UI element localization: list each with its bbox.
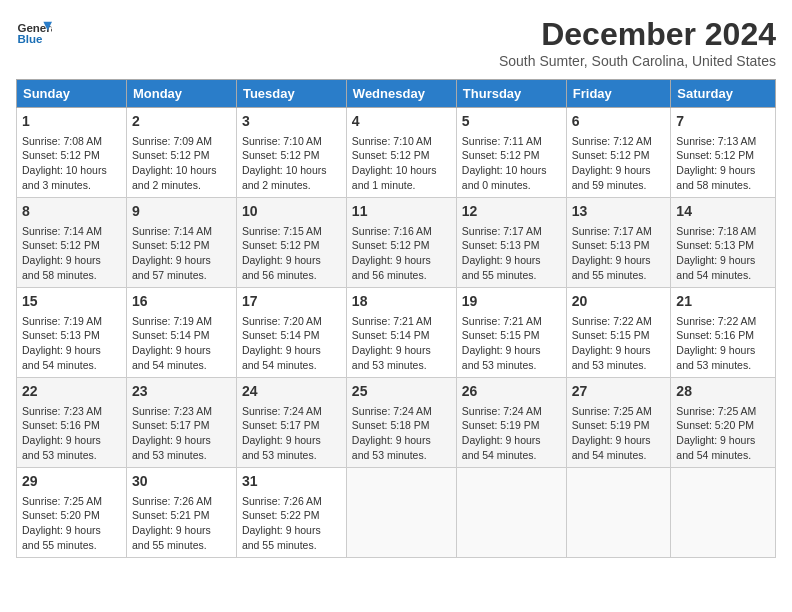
day-info-line: Sunset: 5:13 PM <box>22 328 121 343</box>
day-info-line: Sunrise: 7:23 AM <box>22 404 121 419</box>
day-info-line: Daylight: 9 hours <box>22 343 121 358</box>
day-cell <box>671 468 776 558</box>
day-info-line: Sunrise: 7:13 AM <box>676 134 770 149</box>
day-info-line: Daylight: 9 hours <box>132 343 231 358</box>
day-info-line: Sunrise: 7:25 AM <box>676 404 770 419</box>
day-number: 3 <box>242 112 341 132</box>
day-number: 19 <box>462 292 561 312</box>
day-info-line: and 54 minutes. <box>676 448 770 463</box>
day-cell: 20Sunrise: 7:22 AMSunset: 5:15 PMDayligh… <box>566 288 671 378</box>
day-header-sunday: Sunday <box>17 80 127 108</box>
day-cell: 17Sunrise: 7:20 AMSunset: 5:14 PMDayligh… <box>236 288 346 378</box>
day-info-line: Sunset: 5:12 PM <box>242 238 341 253</box>
day-cell: 31Sunrise: 7:26 AMSunset: 5:22 PMDayligh… <box>236 468 346 558</box>
day-info-line: and 53 minutes. <box>352 358 451 373</box>
day-info-line: and 1 minute. <box>352 178 451 193</box>
day-cell: 4Sunrise: 7:10 AMSunset: 5:12 PMDaylight… <box>346 108 456 198</box>
day-number: 5 <box>462 112 561 132</box>
day-info-line: Sunrise: 7:18 AM <box>676 224 770 239</box>
day-info-line: Sunset: 5:13 PM <box>462 238 561 253</box>
day-info-line: Sunset: 5:12 PM <box>352 148 451 163</box>
day-number: 22 <box>22 382 121 402</box>
day-info-line: Sunrise: 7:12 AM <box>572 134 666 149</box>
day-number: 17 <box>242 292 341 312</box>
day-cell: 28Sunrise: 7:25 AMSunset: 5:20 PMDayligh… <box>671 378 776 468</box>
day-info-line: Daylight: 9 hours <box>132 253 231 268</box>
day-info-line: Daylight: 9 hours <box>462 343 561 358</box>
day-info-line: Sunset: 5:12 PM <box>676 148 770 163</box>
day-info-line: and 53 minutes. <box>352 448 451 463</box>
day-number: 10 <box>242 202 341 222</box>
day-cell: 24Sunrise: 7:24 AMSunset: 5:17 PMDayligh… <box>236 378 346 468</box>
day-info-line: Sunset: 5:19 PM <box>462 418 561 433</box>
day-info-line: Sunset: 5:18 PM <box>352 418 451 433</box>
day-number: 8 <box>22 202 121 222</box>
title-area: December 2024 South Sumter, South Caroli… <box>499 16 776 69</box>
day-info-line: Sunset: 5:12 PM <box>242 148 341 163</box>
day-number: 11 <box>352 202 451 222</box>
day-header-monday: Monday <box>126 80 236 108</box>
day-info-line: Daylight: 9 hours <box>352 433 451 448</box>
day-cell: 3Sunrise: 7:10 AMSunset: 5:12 PMDaylight… <box>236 108 346 198</box>
day-number: 18 <box>352 292 451 312</box>
day-info-line: Sunset: 5:21 PM <box>132 508 231 523</box>
day-info-line: Daylight: 9 hours <box>462 433 561 448</box>
logo: General Blue <box>16 16 52 52</box>
day-info-line: Sunset: 5:20 PM <box>22 508 121 523</box>
svg-text:Blue: Blue <box>17 33 43 45</box>
day-number: 12 <box>462 202 561 222</box>
day-number: 16 <box>132 292 231 312</box>
day-number: 24 <box>242 382 341 402</box>
day-info-line: Sunset: 5:17 PM <box>242 418 341 433</box>
day-info-line: Daylight: 9 hours <box>572 163 666 178</box>
day-number: 20 <box>572 292 666 312</box>
day-info-line: Sunrise: 7:17 AM <box>462 224 561 239</box>
day-number: 1 <box>22 112 121 132</box>
day-info-line: and 3 minutes. <box>22 178 121 193</box>
day-cell: 30Sunrise: 7:26 AMSunset: 5:21 PMDayligh… <box>126 468 236 558</box>
day-info-line: Sunset: 5:12 PM <box>352 238 451 253</box>
day-info-line: and 54 minutes. <box>572 448 666 463</box>
day-number: 21 <box>676 292 770 312</box>
day-info-line: Daylight: 9 hours <box>132 523 231 538</box>
day-info-line: Sunrise: 7:23 AM <box>132 404 231 419</box>
day-info-line: Sunrise: 7:19 AM <box>132 314 231 329</box>
day-info-line: Daylight: 9 hours <box>242 523 341 538</box>
day-cell: 14Sunrise: 7:18 AMSunset: 5:13 PMDayligh… <box>671 198 776 288</box>
day-info-line: Daylight: 9 hours <box>242 253 341 268</box>
day-cell: 22Sunrise: 7:23 AMSunset: 5:16 PMDayligh… <box>17 378 127 468</box>
day-info-line: Sunrise: 7:14 AM <box>22 224 121 239</box>
day-number: 28 <box>676 382 770 402</box>
day-info-line: Daylight: 9 hours <box>22 433 121 448</box>
day-number: 30 <box>132 472 231 492</box>
day-number: 29 <box>22 472 121 492</box>
day-info-line: Sunset: 5:12 PM <box>572 148 666 163</box>
day-number: 26 <box>462 382 561 402</box>
day-info-line: Sunrise: 7:15 AM <box>242 224 341 239</box>
day-info-line: Sunrise: 7:17 AM <box>572 224 666 239</box>
day-cell <box>566 468 671 558</box>
day-info-line: Sunset: 5:16 PM <box>676 328 770 343</box>
day-info-line: and 2 minutes. <box>132 178 231 193</box>
day-info-line: and 54 minutes. <box>22 358 121 373</box>
day-info-line: Sunrise: 7:08 AM <box>22 134 121 149</box>
day-info-line: Daylight: 10 hours <box>242 163 341 178</box>
week-row-4: 29Sunrise: 7:25 AMSunset: 5:20 PMDayligh… <box>17 468 776 558</box>
day-info-line: and 53 minutes. <box>132 448 231 463</box>
day-info-line: Sunrise: 7:22 AM <box>572 314 666 329</box>
day-info-line: Sunset: 5:15 PM <box>462 328 561 343</box>
day-number: 4 <box>352 112 451 132</box>
day-info-line: Sunrise: 7:09 AM <box>132 134 231 149</box>
day-info-line: Sunset: 5:12 PM <box>462 148 561 163</box>
day-info-line: Sunrise: 7:10 AM <box>352 134 451 149</box>
day-info-line: Sunrise: 7:19 AM <box>22 314 121 329</box>
day-cell: 11Sunrise: 7:16 AMSunset: 5:12 PMDayligh… <box>346 198 456 288</box>
week-row-1: 8Sunrise: 7:14 AMSunset: 5:12 PMDaylight… <box>17 198 776 288</box>
page-container: General Blue December 2024 South Sumter,… <box>16 16 776 558</box>
day-info-line: Sunset: 5:12 PM <box>22 238 121 253</box>
day-cell: 2Sunrise: 7:09 AMSunset: 5:12 PMDaylight… <box>126 108 236 198</box>
day-info-line: Sunset: 5:12 PM <box>22 148 121 163</box>
day-cell: 8Sunrise: 7:14 AMSunset: 5:12 PMDaylight… <box>17 198 127 288</box>
day-info-line: Daylight: 9 hours <box>676 253 770 268</box>
day-info-line: Sunrise: 7:22 AM <box>676 314 770 329</box>
